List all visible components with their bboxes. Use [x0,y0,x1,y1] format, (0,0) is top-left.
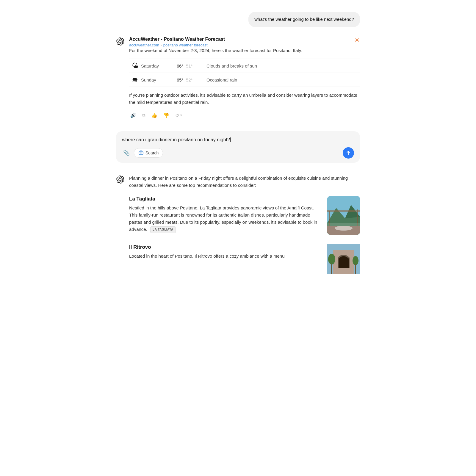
input-area[interactable]: where can i grab dinner in positano on f… [116,131,360,163]
attach-button[interactable]: 📎 [122,148,131,157]
svg-rect-14 [331,264,332,274]
saturday-low: 51° [186,63,193,68]
restaurant-item-ritrovo: Il Ritrovo Located in the heart of Posit… [129,244,360,274]
thumbdown-button[interactable]: 👎 [162,111,170,119]
saturday-day: Saturday [141,63,177,68]
weather-row-saturday: 🌤 Saturday 66° 51° Clouds and breaks of … [129,59,360,73]
ai-content-weather: AccuWeather - Positano Weather Forecast … [129,37,360,120]
search-label: Search [145,151,159,155]
restaurant-desc-tagliata: Nestled in the hills above Positano, La … [129,204,322,233]
sunday-low: 52° [186,77,193,82]
url-chevron: › [161,43,162,47]
speak-button[interactable]: 🔊 [129,111,137,119]
weather-row-sunday: 🌧 Sunday 65° 52° Occasional rain [129,73,360,87]
source-title: AccuWeather - Positano Weather Forecast [129,37,348,42]
thumbdown-icon: 👎 [163,112,169,118]
globe-icon [138,150,144,156]
send-arrow-icon [346,150,351,156]
ai-avatar-2 [116,175,124,184]
svg-point-7 [335,226,353,231]
restaurant-header-tagliata: La Tagliata Nestled in the hills above P… [129,196,360,235]
svg-rect-9 [357,209,358,226]
restaurant-name-tagliata: La Tagliata [129,196,322,202]
svg-point-15 [353,256,358,265]
sun-icon: ☀ [354,37,360,44]
saturday-temp: 66° 51° [177,63,206,68]
restaurant-image-tagliata [327,196,360,235]
restaurant-image-ritrovo [327,244,360,274]
source-domain: accuweather.com [129,43,159,47]
restaurant-header-ritrovo: Il Ritrovo Located in the heart of Posit… [129,244,360,274]
restaurant-info-tagliata: La Tagliata Nestled in the hills above P… [129,196,322,233]
send-button[interactable] [343,147,354,159]
input-content: where can i grab dinner in positano on f… [122,137,230,142]
sunday-temp: 65° 52° [177,77,206,82]
sunday-high: 65° [177,77,184,82]
svg-point-13 [328,254,335,264]
ai-avatar-1 [116,37,124,46]
restaurant-item-tagliata: La Tagliata Nestled in the hills above P… [129,196,360,235]
user-message-text-1: what's the weather going to be like next… [254,17,354,22]
copy-button[interactable]: ⧉ [141,112,147,119]
restaurant-intro: Planning a dinner in Positano on a Frida… [129,175,360,189]
thumbup-button[interactable]: 👍 [150,111,159,119]
ai-response-restaurants: Planning a dinner in Positano on a Frida… [116,175,360,284]
ai-content-restaurants: Planning a dinner in Positano on a Frida… [129,175,360,284]
saturday-high: 66° [177,63,184,68]
sunday-desc: Occasional rain [206,77,237,82]
sunday-icon: 🌧 [129,76,141,84]
restaurant-info-ritrovo: Il Ritrovo Located in the heart of Posit… [129,244,322,260]
input-toolbar: 📎 Search [122,147,354,159]
weather-table: 🌤 Saturday 66° 51° Clouds and breaks of … [129,59,360,87]
weather-source-icon: ☀ [354,37,360,44]
copy-icon: ⧉ [142,113,145,118]
source-url[interactable]: accuweather.com › positano weather forec… [129,43,348,47]
weather-advice: If you're planning outdoor activities, i… [129,92,360,106]
user-bubble-1: what's the weather going to be like next… [248,12,360,27]
restaurant-desc-ritrovo: Located in the heart of Positano, Il Rit… [129,253,322,260]
paperclip-icon: 📎 [123,150,130,156]
svg-rect-16 [355,264,356,274]
saturday-icon: 🌤 [129,62,141,70]
user-message-1: what's the weather going to be like next… [116,12,360,27]
search-button[interactable]: Search [134,148,163,158]
speak-icon: 🔊 [130,112,136,118]
sunday-day: Sunday [141,77,177,82]
input-left: 📎 Search [122,148,163,158]
saturday-desc: Clouds and breaks of sun [206,63,257,68]
source-path: positano weather forecast [163,43,208,47]
weather-intro: For the weekend of November 2-3, 2024, h… [129,47,360,54]
refresh-icon: ↺ [175,112,179,118]
thumbup-icon: 👍 [151,112,157,118]
svg-rect-10 [327,210,360,212]
action-buttons-1: 🔊 ⧉ 👍 👎 ↺ ▾ [129,111,360,119]
svg-rect-6 [327,226,360,235]
refresh-chevron: ▾ [180,113,182,117]
restaurant-name-ritrovo: Il Ritrovo [129,244,322,250]
source-header-wrap: AccuWeather - Positano Weather Forecast … [129,37,360,47]
input-cursor [230,137,231,142]
restaurant-tag-tagliata: LA TAGLIATA [150,226,176,233]
ai-response-weather: AccuWeather - Positano Weather Forecast … [116,37,360,120]
input-text[interactable]: where can i grab dinner in positano on f… [122,137,354,143]
svg-rect-8 [329,211,330,226]
refresh-button[interactable]: ↺ ▾ [174,111,183,119]
